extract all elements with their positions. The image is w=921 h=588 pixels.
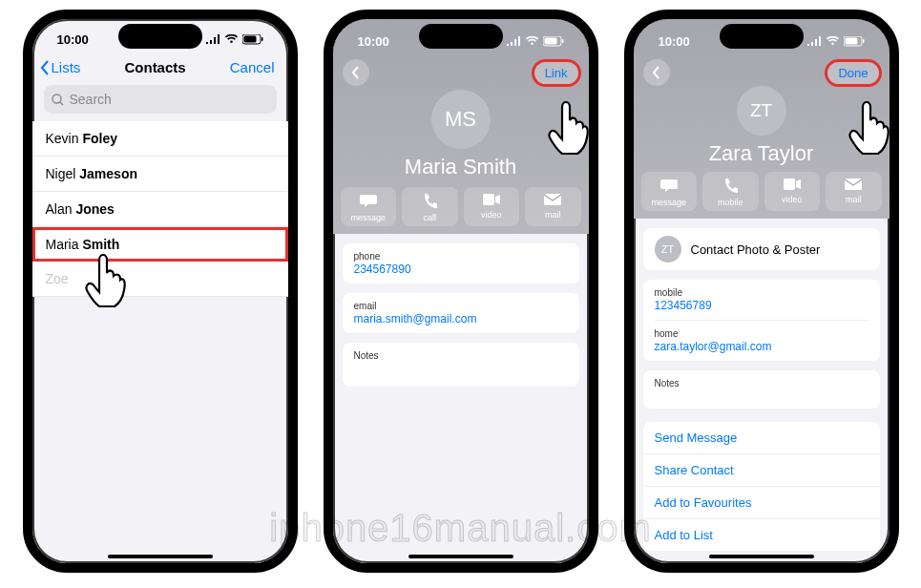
- mobile-value: 123456789: [655, 299, 869, 312]
- svg-rect-12: [863, 39, 865, 43]
- home-indicator[interactable]: [709, 555, 814, 558]
- signal-icon: [806, 36, 822, 46]
- wifi-icon: [224, 34, 239, 44]
- mini-avatar: ZT: [655, 236, 681, 262]
- svg-rect-7: [562, 39, 564, 43]
- contact-hero: 10:00 Done ZT Zara Taylor messagemobilev…: [634, 19, 890, 219]
- status-time: 10:00: [659, 34, 690, 49]
- contact-row[interactable]: Alan Jones: [32, 192, 288, 227]
- action-call[interactable]: call: [402, 187, 458, 226]
- video-icon: [483, 193, 500, 208]
- dynamic-island: [720, 24, 804, 49]
- svg-rect-9: [544, 194, 561, 205]
- contact-action-link[interactable]: Send Message: [643, 422, 880, 454]
- link-button[interactable]: Link: [534, 61, 579, 85]
- contact-name: Zara Taylor: [634, 141, 890, 166]
- cancel-button[interactable]: Cancel: [230, 59, 275, 75]
- back-button[interactable]: Lists: [40, 59, 81, 75]
- back-button[interactable]: [343, 59, 369, 86]
- contact-photo-poster-row[interactable]: ZT Contact Photo & Poster: [643, 228, 880, 270]
- search-placeholder: Search: [70, 92, 112, 107]
- action-label: call: [423, 213, 436, 222]
- svg-rect-6: [544, 37, 556, 44]
- contact-avatar: ZT: [737, 86, 786, 136]
- wifi-icon: [525, 36, 539, 46]
- wifi-icon: [826, 36, 840, 46]
- status-indicators: [506, 36, 564, 47]
- signal-icon: [205, 34, 220, 44]
- contact-actions: messagecallvideomail: [333, 187, 589, 226]
- contact-action-link[interactable]: Add to List: [643, 519, 880, 551]
- action-label: message: [350, 213, 386, 222]
- action-mobile[interactable]: mobile: [702, 172, 759, 211]
- signal-icon: [506, 36, 521, 46]
- message-icon: [360, 193, 377, 211]
- battery-icon: [543, 36, 564, 47]
- action-label: video: [782, 195, 803, 204]
- back-label: Lists: [52, 59, 81, 75]
- action-label: mail: [545, 210, 561, 220]
- action-mail[interactable]: mail: [826, 172, 882, 211]
- svg-rect-11: [845, 37, 857, 44]
- contacts-list: Kevin FoleyNigel JamesonAlan JonesMaria …: [32, 121, 288, 297]
- action-video[interactable]: video: [764, 172, 821, 211]
- status-indicators: [806, 36, 865, 47]
- field-label: Notes: [655, 378, 869, 388]
- status-indicators: [205, 34, 263, 45]
- svg-rect-2: [262, 37, 263, 41]
- nav-bar: Lists Contacts Cancel: [32, 53, 288, 81]
- notes-card[interactable]: Notes: [643, 370, 880, 409]
- phone-card[interactable]: phone 234567890: [343, 243, 579, 284]
- action-label: mobile: [718, 198, 743, 207]
- chevron-left-icon: [40, 60, 50, 75]
- status-time: 10:00: [358, 34, 389, 49]
- contact-action-link[interactable]: Add to Favourites: [643, 487, 880, 519]
- status-time: 10:00: [57, 32, 89, 47]
- field-label: Notes: [354, 350, 568, 361]
- action-label: message: [651, 198, 686, 207]
- svg-rect-8: [483, 194, 494, 205]
- svg-rect-1: [243, 35, 256, 42]
- notes-card[interactable]: Notes: [343, 343, 579, 387]
- nav-title: Contacts: [124, 59, 185, 75]
- search-input[interactable]: Search: [44, 85, 277, 114]
- contact-row[interactable]: Kevin Foley: [32, 121, 288, 157]
- action-video[interactable]: video: [464, 187, 520, 226]
- field-label: phone: [354, 251, 568, 262]
- search-icon: [52, 94, 64, 106]
- chevron-left-icon: [652, 66, 660, 79]
- mail-icon: [845, 178, 862, 193]
- phone-contacts-list: 10:00 Lists Contacts Cancel Search Kevin…: [23, 10, 298, 573]
- contact-row[interactable]: Maria Smith: [32, 227, 288, 262]
- action-message[interactable]: message: [341, 187, 397, 226]
- dynamic-island: [419, 24, 503, 49]
- video-icon: [784, 178, 801, 193]
- message-icon: [660, 178, 678, 196]
- action-label: video: [481, 210, 502, 220]
- phone-icon: [722, 178, 738, 196]
- svg-point-3: [52, 94, 61, 103]
- action-message[interactable]: message: [641, 172, 698, 211]
- chevron-left-icon: [351, 66, 360, 79]
- contact-actions-list: Send MessageShare ContactAdd to Favourit…: [643, 422, 880, 551]
- field-label: email: [354, 301, 568, 311]
- contact-action-link[interactable]: Share Contact: [643, 454, 880, 487]
- svg-line-4: [60, 102, 63, 105]
- home-indicator[interactable]: [408, 555, 513, 558]
- done-button[interactable]: Done: [827, 61, 879, 85]
- field-label: mobile: [655, 287, 869, 298]
- home-value: zara.taylor@gmail.com: [655, 340, 869, 353]
- contact-name: Maria Smith: [333, 155, 589, 179]
- action-mail[interactable]: mail: [525, 187, 581, 226]
- home-indicator[interactable]: [108, 555, 213, 558]
- phone-card[interactable]: mobile 123456789 home zara.taylor@gmail.…: [643, 280, 880, 361]
- contact-row[interactable]: Nigel Jameson: [32, 157, 288, 192]
- battery-icon: [242, 34, 263, 45]
- dynamic-island: [118, 24, 202, 49]
- svg-rect-14: [845, 178, 862, 190]
- poster-label: Contact Photo & Poster: [691, 242, 821, 257]
- back-button[interactable]: [643, 59, 670, 86]
- contact-row[interactable]: Zoe: [32, 262, 288, 297]
- email-card[interactable]: email maria.smith@gmail.com: [343, 293, 579, 333]
- phone-contact-detail: 10:00 Link MS Maria Smith messagecallvid…: [324, 10, 598, 573]
